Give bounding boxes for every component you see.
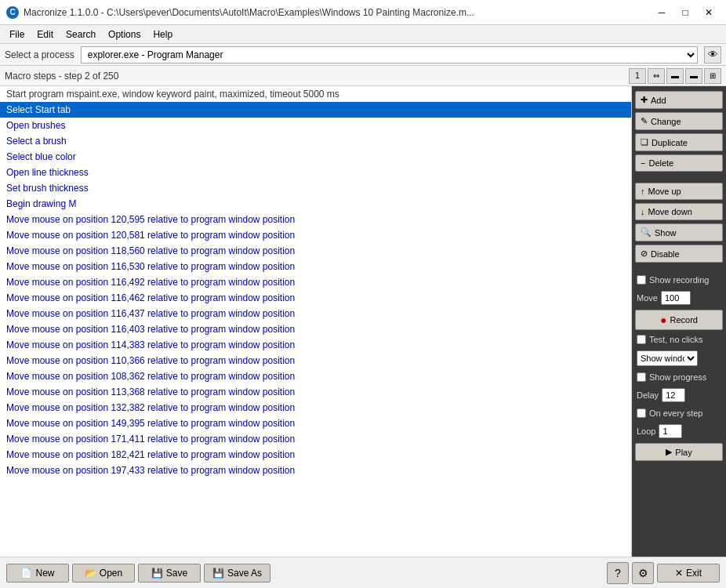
menu-file[interactable]: File bbox=[3, 27, 31, 42]
on-every-step-label: On every step bbox=[649, 408, 702, 418]
maximize-button[interactable]: □ bbox=[674, 4, 696, 21]
list-item[interactable]: Set brush thickness bbox=[0, 180, 631, 196]
title-bar: C Macronize 1.1.0.0 - C:\Users\pever\Doc… bbox=[0, 0, 726, 25]
list-item[interactable]: Move mouse on position 120,581 relative … bbox=[0, 227, 631, 243]
list-item[interactable]: Move mouse on position 182,421 relative … bbox=[0, 447, 631, 463]
exit-button[interactable]: ✕ Exit bbox=[657, 564, 720, 583]
title-bar-left: C Macronize 1.1.0.0 - C:\Users\pever\Doc… bbox=[6, 6, 474, 19]
delete-button[interactable]: − Delete bbox=[635, 154, 723, 172]
show-recording-checkbox[interactable] bbox=[637, 275, 646, 285]
process-select[interactable]: explorer.exe - Program Manager bbox=[81, 46, 698, 64]
on-every-step-row: On every step bbox=[635, 407, 723, 419]
save-as-button[interactable]: 💾 Save As bbox=[204, 564, 270, 583]
list-item[interactable]: Move mouse on position 116,492 relative … bbox=[0, 274, 631, 290]
record-dot-icon: ● bbox=[660, 314, 666, 326]
menu-search[interactable]: Search bbox=[60, 27, 102, 42]
list-item[interactable]: Move mouse on position 108,362 relative … bbox=[0, 368, 631, 384]
list-item[interactable]: Move mouse on position 114,383 relative … bbox=[0, 337, 631, 353]
list-item[interactable]: Move mouse on position 120,595 relative … bbox=[0, 212, 631, 227]
test-no-clicks-label: Test, no clicks bbox=[649, 335, 702, 344]
list-item[interactable]: Move mouse on position 118,560 relative … bbox=[0, 243, 631, 259]
close-button[interactable]: ✕ bbox=[698, 4, 720, 21]
eye-button[interactable]: 👁 bbox=[704, 46, 721, 64]
show-progress-checkbox[interactable] bbox=[637, 372, 646, 382]
duplicate-button[interactable]: ❑ Duplicate bbox=[635, 133, 723, 151]
process-bar: Select a process explorer.exe - Program … bbox=[0, 44, 726, 66]
menu-bar: File Edit Search Options Help bbox=[0, 25, 726, 44]
steps-bar: Macro steps - step 2 of 250 1 ⇔ ▬ ▬ ⊞ bbox=[0, 66, 726, 86]
delay-input[interactable] bbox=[662, 388, 685, 402]
list-item[interactable]: Move mouse on position 116,437 relative … bbox=[0, 306, 631, 321]
list-item[interactable]: Move mouse on position 197,433 relative … bbox=[0, 463, 631, 478]
on-every-step-checkbox[interactable] bbox=[637, 408, 646, 418]
minimize-button[interactable]: ─ bbox=[651, 4, 673, 21]
disable-button[interactable]: ⊘ Disable bbox=[635, 245, 723, 263]
show-progress-label: Show progress bbox=[649, 372, 706, 382]
save-as-icon: 💾 bbox=[212, 568, 224, 579]
main-content: Start program mspaint.exe, window keywor… bbox=[0, 86, 726, 557]
list-item[interactable]: Open brushes bbox=[0, 118, 631, 133]
list-item[interactable]: Move mouse on position 116,403 relative … bbox=[0, 321, 631, 337]
loop-input[interactable] bbox=[659, 424, 682, 438]
app-icon: C bbox=[6, 6, 19, 19]
test-no-clicks-checkbox[interactable] bbox=[637, 335, 646, 344]
list-item[interactable]: Open line thickness bbox=[0, 165, 631, 180]
move-input[interactable] bbox=[661, 291, 691, 305]
save-button[interactable]: 💾 Save bbox=[138, 564, 201, 583]
play-button[interactable]: ▶ Play bbox=[635, 443, 723, 461]
show-recording-row: Show recording bbox=[635, 274, 723, 286]
move-row: Move bbox=[635, 289, 723, 307]
list-item[interactable]: Select blue color bbox=[0, 149, 631, 165]
move-down-button[interactable]: ↓ Move down bbox=[635, 203, 723, 220]
list-item[interactable]: Start program mspaint.exe, window keywor… bbox=[0, 86, 631, 102]
move-up-icon: ↑ bbox=[641, 187, 645, 196]
help-button[interactable]: ? bbox=[607, 562, 629, 584]
steps-icons: 1 ⇔ ▬ ▬ ⊞ bbox=[629, 68, 721, 84]
move-up-button[interactable]: ↑ Move up bbox=[635, 183, 723, 200]
show-window-select[interactable]: Show window bbox=[637, 350, 698, 366]
record-button[interactable]: ● Record bbox=[635, 310, 723, 330]
save-icon: 💾 bbox=[151, 568, 163, 579]
list-item[interactable]: Move mouse on position 116,462 relative … bbox=[0, 290, 631, 306]
list-item[interactable]: Move mouse on position 110,366 relative … bbox=[0, 353, 631, 368]
step-icon-grid[interactable]: ⊞ bbox=[704, 68, 721, 84]
menu-help[interactable]: Help bbox=[147, 27, 179, 42]
show-button[interactable]: 🔍 Show bbox=[635, 223, 723, 241]
new-button[interactable]: 📄 New bbox=[6, 564, 69, 583]
list-item[interactable]: Move mouse on position 116,530 relative … bbox=[0, 259, 631, 274]
settings-button[interactable]: ⚙ bbox=[632, 562, 654, 584]
add-button[interactable]: ✚ Add bbox=[635, 91, 723, 109]
loop-label: Loop bbox=[637, 426, 655, 436]
delay-label: Delay bbox=[637, 390, 659, 400]
show-window-row: Show window bbox=[635, 349, 723, 368]
process-label: Select a process bbox=[5, 49, 74, 60]
list-item[interactable]: Select Start tab bbox=[0, 102, 631, 118]
step-icon-swap[interactable]: ⇔ bbox=[648, 68, 665, 84]
step-icon-bar2[interactable]: ▬ bbox=[685, 68, 702, 84]
title-bar-controls: ─ □ ✕ bbox=[651, 4, 720, 21]
change-button[interactable]: ✎ Change bbox=[635, 112, 723, 130]
list-item[interactable]: Move mouse on position 132,382 relative … bbox=[0, 400, 631, 416]
list-item[interactable]: Move mouse on position 171,411 relative … bbox=[0, 431, 631, 447]
exit-icon: ✕ bbox=[675, 568, 683, 579]
list-item[interactable]: Select a brush bbox=[0, 133, 631, 149]
show-icon: 🔍 bbox=[641, 227, 652, 238]
menu-options[interactable]: Options bbox=[102, 27, 147, 42]
open-button[interactable]: 📂 Open bbox=[72, 564, 135, 583]
open-icon: 📂 bbox=[85, 568, 96, 579]
delete-icon: − bbox=[641, 158, 645, 168]
list-item[interactable]: Move mouse on position 113,368 relative … bbox=[0, 384, 631, 400]
list-item[interactable]: Begin drawing M bbox=[0, 196, 631, 212]
step-icon-1[interactable]: 1 bbox=[629, 68, 646, 84]
list-panel[interactable]: Start program mspaint.exe, window keywor… bbox=[0, 86, 632, 557]
disable-icon: ⊘ bbox=[641, 249, 648, 259]
step-icon-bar1[interactable]: ▬ bbox=[666, 68, 684, 84]
window-title: Macronize 1.1.0.0 - C:\Users\pever\Docum… bbox=[24, 7, 474, 18]
menu-edit[interactable]: Edit bbox=[31, 27, 60, 42]
list-item[interactable]: Move mouse on position 149,395 relative … bbox=[0, 416, 631, 431]
delay-row: Delay bbox=[635, 387, 723, 404]
duplicate-icon: ❑ bbox=[641, 137, 648, 147]
show-progress-row: Show progress bbox=[635, 371, 723, 383]
settings-gear-icon: ⚙ bbox=[638, 567, 648, 579]
move-down-icon: ↓ bbox=[641, 207, 645, 216]
